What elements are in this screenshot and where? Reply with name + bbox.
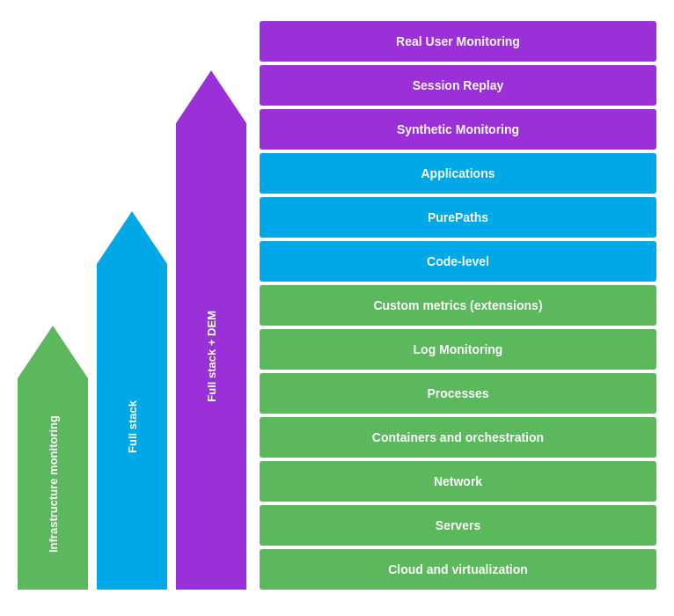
- arrow-head-purple: [176, 70, 246, 123]
- bar-cloud: Cloud and virtualization: [260, 549, 656, 590]
- bar-custom-metrics: Custom metrics (extensions): [260, 285, 656, 326]
- arrow-shaft-blue: Full stack: [97, 264, 167, 590]
- bar-synthetic: Synthetic Monitoring: [260, 109, 656, 150]
- arrow-head-blue: [97, 211, 167, 264]
- bar-applications: Applications: [260, 153, 656, 194]
- arrows-section: Infrastructure monitoring Full stack Ful…: [18, 70, 246, 590]
- diagram-container: Infrastructure monitoring Full stack Ful…: [0, 0, 674, 616]
- arrow-label-purple: Full stack + DEM: [205, 311, 218, 402]
- stacked-bars: Real User MonitoringSession ReplaySynthe…: [260, 21, 656, 590]
- arrow-shaft-green: Infrastructure monitoring: [18, 378, 88, 590]
- arrow-fullstack: Full stack: [97, 211, 167, 590]
- bar-rum: Real User Monitoring: [260, 21, 656, 62]
- arrow-fullstack-dem: Full stack + DEM: [176, 70, 246, 590]
- bar-session-replay: Session Replay: [260, 65, 656, 106]
- bar-servers: Servers: [260, 505, 656, 546]
- arrow-shaft-purple: Full stack + DEM: [176, 123, 246, 590]
- arrow-label-green: Infrastructure monitoring: [47, 415, 60, 553]
- bar-code-level: Code-level: [260, 241, 656, 282]
- bar-purepaths: PurePaths: [260, 197, 656, 238]
- bar-containers: Containers and orchestration: [260, 417, 656, 458]
- arrow-infrastructure: Infrastructure monitoring: [18, 326, 88, 590]
- bar-processes: Processes: [260, 373, 656, 414]
- arrow-label-blue: Full stack: [126, 400, 139, 453]
- bar-log-monitoring: Log Monitoring: [260, 329, 656, 370]
- arrow-head-green: [18, 326, 88, 378]
- bar-network: Network: [260, 461, 656, 502]
